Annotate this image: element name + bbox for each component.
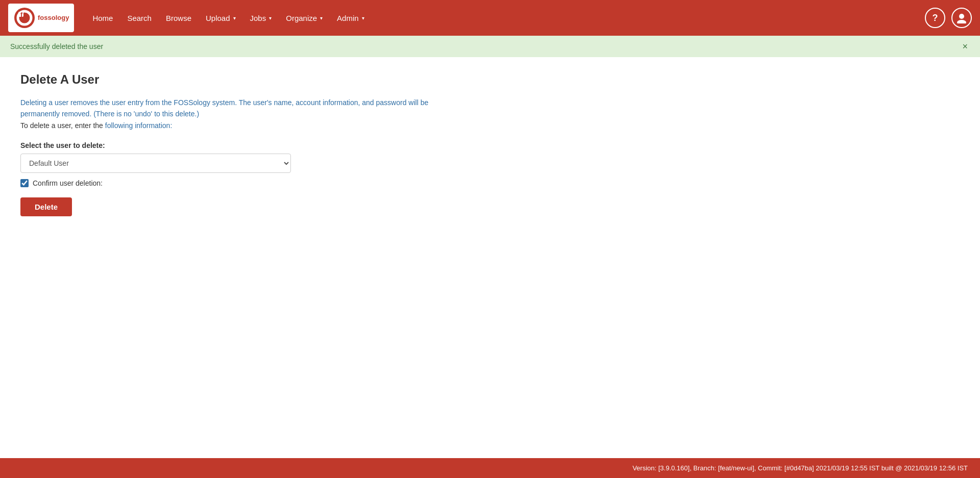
main-content: Delete A User Deleting a user removes th…	[0, 57, 980, 458]
nav-jobs[interactable]: Jobs ▾	[244, 10, 278, 27]
nav-admin[interactable]: Admin ▾	[331, 10, 371, 27]
alert-close-button[interactable]: ×	[960, 42, 970, 51]
description-line3-prefix: To delete a user, enter the	[20, 121, 105, 130]
select-user-label: Select the user to delete:	[20, 141, 960, 149]
success-alert: Successfully deleted the user ×	[0, 36, 980, 57]
confirm-deletion-label: Confirm user deletion:	[33, 179, 103, 187]
nav-search[interactable]: Search	[121, 10, 158, 27]
delete-user-form: Select the user to delete: Default User …	[20, 141, 960, 216]
user-account-button[interactable]	[951, 8, 972, 28]
alert-message: Successfully deleted the user	[10, 42, 103, 51]
svg-text:f: f	[20, 11, 23, 18]
nav-organize[interactable]: Organize ▾	[280, 10, 329, 27]
admin-caret-icon: ▾	[362, 15, 364, 21]
description-line1: Deleting a user removes the user entry f…	[20, 98, 428, 107]
description-block: Deleting a user removes the user entry f…	[20, 97, 960, 131]
help-button[interactable]: ?	[925, 8, 945, 28]
page-title: Delete A User	[20, 72, 960, 87]
navbar: f fossology Home Search Browse Upload ▾ …	[0, 0, 980, 36]
nav-browse[interactable]: Browse	[160, 10, 198, 27]
svg-point-4	[959, 14, 964, 19]
confirm-checkbox-row: Confirm user deletion:	[20, 179, 960, 187]
user-select-dropdown[interactable]: Default User	[20, 154, 291, 173]
nav-upload[interactable]: Upload ▾	[200, 10, 242, 27]
nav-links: Home Search Browse Upload ▾ Jobs ▾ Organ…	[86, 10, 925, 27]
nav-right: ?	[925, 8, 972, 28]
logo[interactable]: f fossology	[8, 4, 74, 32]
footer: Version: [3.9.0.160], Branch: [feat/new-…	[0, 458, 980, 478]
confirm-deletion-checkbox[interactable]	[20, 179, 29, 187]
nav-home[interactable]: Home	[86, 10, 119, 27]
jobs-caret-icon: ▾	[269, 15, 272, 21]
logo-text: fossology	[38, 14, 69, 21]
logo-icon: f	[13, 7, 36, 29]
svg-point-5	[957, 20, 966, 23]
organize-caret-icon: ▾	[320, 15, 323, 21]
footer-version-text: Version: [3.9.0.160], Branch: [feat/new-…	[632, 464, 968, 472]
description-line3-link: following information:	[105, 121, 173, 130]
upload-caret-icon: ▾	[233, 15, 236, 21]
description-line2: permanently removed. (There is no 'undo'…	[20, 110, 199, 118]
delete-button[interactable]: Delete	[20, 197, 72, 216]
user-icon	[956, 12, 967, 23]
